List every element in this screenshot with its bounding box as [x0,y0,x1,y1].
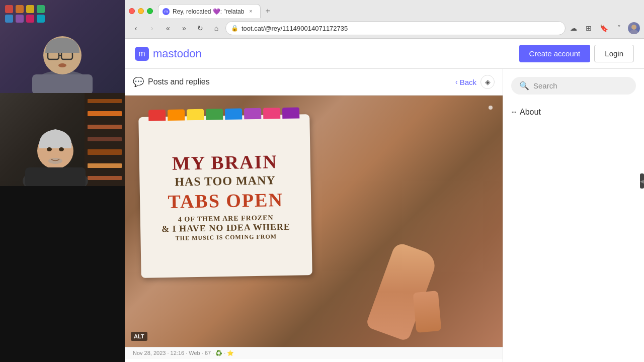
tab-red [148,110,166,121]
close-button[interactable] [129,8,135,14]
tab-green [206,109,223,120]
right-sidebar: 🔍 Search ··· About [503,69,644,362]
sign-line-2: HAS TOO MANY [160,173,289,190]
about-link[interactable]: ··· About [511,105,636,119]
bookmark-icon[interactable]: 🔖 [598,22,610,34]
tab-blue [225,108,242,120]
sign-line-6: THE MUSIC IS COMING FROM [162,233,290,242]
navigation-bar: ‹ › « » ↻ ⌂ 🔒 toot.cat/@rey/111490014071… [125,18,644,38]
sign-tabs [148,107,299,121]
sign-text: MY BRAIN HAS TOO MANY TABS OPEN 4 OF THE… [160,150,291,242]
post-timestamp: Nov 28, 2023 · 12:16 · Web · 67 · ♻️ · ⭐ [133,350,234,356]
person2-background [0,93,125,186]
back-link[interactable]: ‹ Back [455,78,476,86]
svg-point-11 [47,147,52,151]
resize-handle[interactable] [640,173,644,189]
about-label: About [520,108,541,117]
brain-sign: MY BRAIN HAS TOO MANY TABS OPEN 4 OF THE… [138,114,312,278]
browser-controls: ☁ ⊞ 🔖 ˅ [568,22,640,34]
traffic-lights [129,8,153,14]
person1-background [0,0,125,93]
tab-bar: m Rey, relocated 💜: "relatab × + [125,0,644,18]
video-panel [0,0,125,362]
search-box[interactable]: 🔍 Search [511,77,636,95]
svg-rect-5 [32,74,93,93]
svg-point-6 [58,63,66,67]
mastodon-body: 💬 Posts and replies ‹ Back ◈ [125,69,644,362]
tab-favicon: m [163,8,170,15]
svg-point-14 [629,30,638,34]
mastodon-logo[interactable]: m mastodon [135,47,202,61]
mastodon-header: m mastodon Create account Login [125,39,644,69]
about-dots-icon: ··· [511,107,516,117]
history-back-button[interactable]: « [161,21,175,35]
thumb-shape [413,291,441,333]
refresh-button[interactable]: ↻ [193,21,207,35]
posts-header: 💬 Posts and replies ‹ Back ◈ [125,69,503,96]
shield-icon[interactable]: ◈ [480,75,495,89]
minimize-button[interactable] [138,8,144,14]
history-forward-button[interactable]: » [177,21,191,35]
header-actions: Create account Login [519,45,634,62]
home-button[interactable]: ⌂ [209,21,223,35]
search-placeholder: Search [533,81,557,90]
svg-point-12 [59,147,64,151]
sign-line-1: MY BRAIN [160,150,290,175]
person1-silhouette [0,0,125,93]
address-bar[interactable]: 🔒 toot.cat/@rey/111490014071172735 [225,21,566,35]
browser-tab-active[interactable]: m Rey, relocated 💜: "relatab × [158,4,261,18]
back-button[interactable]: ‹ [129,21,143,35]
posts-title-area: 💬 Posts and replies [133,76,210,87]
profile-chevron[interactable]: ˅ [613,22,625,34]
cloud-icon[interactable]: ☁ [568,22,580,34]
new-tab-button[interactable]: + [262,5,274,17]
browser-window: m Rey, relocated 💜: "relatab × + ‹ › « »… [125,0,644,362]
posts-icon: 💬 [133,76,144,87]
tab-orange [168,109,185,121]
downloads-icon[interactable]: ⊞ [583,22,595,34]
search-icon: 🔍 [519,81,529,90]
image-dot [489,106,493,110]
security-icon: 🔒 [231,25,238,32]
alt-badge[interactable]: ALT [131,332,147,341]
tab-purple [244,108,261,120]
svg-point-13 [631,25,636,30]
back-arrow-icon: ‹ [455,78,458,86]
posts-title: Posts and replies [148,77,210,86]
browser-chrome: m Rey, relocated 💜: "relatab × + ‹ › « »… [125,0,644,39]
hand-sign-group: MY BRAIN HAS TOO MANY TABS OPEN 4 OF THE… [125,96,503,347]
tab-violet [282,107,299,119]
tab-pink [263,108,280,119]
forward-button[interactable]: › [145,21,159,35]
tab-close-button[interactable]: × [247,8,254,15]
svg-rect-9 [25,167,86,186]
maximize-button[interactable] [147,8,153,14]
profile-avatar[interactable] [628,22,640,34]
login-button[interactable]: Login [594,45,634,62]
post-column: 💬 Posts and replies ‹ Back ◈ [125,69,503,362]
person2-silhouette [0,93,125,186]
tab-title: Rey, relocated 💜: "relatab [173,8,244,15]
posts-navigation: ‹ Back ◈ [455,75,495,89]
tab-yellow [187,109,204,121]
browser-content: m mastodon Create account Login [125,39,644,362]
post-image: MY BRAIN HAS TOO MANY TABS OPEN 4 OF THE… [125,96,503,347]
sign-line-3: TABS OPEN [161,189,290,214]
mastodon-app: m mastodon Create account Login [125,39,644,362]
url-text: toot.cat/@rey/111490014071172735 [242,25,560,32]
mastodon-logo-icon: m [135,47,149,61]
create-account-button[interactable]: Create account [519,45,591,62]
post-footer: Nov 28, 2023 · 12:16 · Web · 67 · ♻️ · ⭐ [125,347,503,359]
mastodon-logo-text: mastodon [153,47,202,60]
video-feed-2 [0,93,125,186]
video-feed-1 [0,0,125,93]
